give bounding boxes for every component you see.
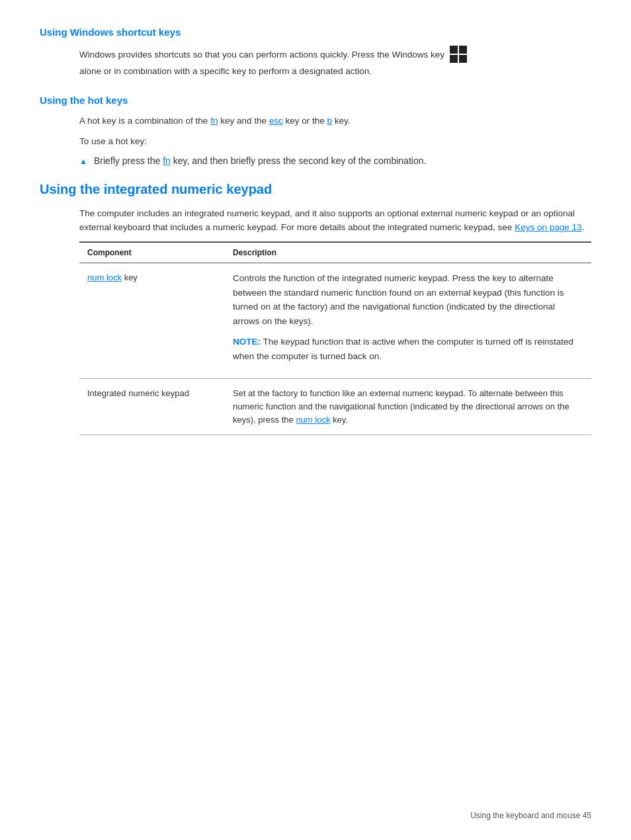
table-row: num lock key Controls the function of th… xyxy=(79,263,591,378)
fn-link-2[interactable]: fn xyxy=(163,155,171,166)
page-footer: Using the keyboard and mouse 45 xyxy=(470,811,591,820)
hot-keys-text4: key. xyxy=(335,116,351,126)
hot-keys-bullet-text: Briefly press the fn key, and then brief… xyxy=(94,155,426,166)
hot-keys-bullet: ▲ Briefly press the fn key, and then bri… xyxy=(79,155,591,166)
integrated-keypad-text-end: . xyxy=(581,222,584,232)
keypad-table: Component Description num lock key Contr… xyxy=(79,241,591,435)
bullet-text-before-fn: Briefly press the xyxy=(94,155,160,166)
windows-shortcut-heading: Using Windows shortcut keys xyxy=(40,26,591,38)
integrated-keypad-text-before-link: The computer includes an integrated nume… xyxy=(79,208,575,233)
hot-keys-text3: key or the xyxy=(286,116,325,126)
col1-header: Component xyxy=(79,242,225,263)
row2-description: Set at the factory to function like an e… xyxy=(225,378,591,435)
hot-keys-para2: To use a hot key: xyxy=(79,134,591,149)
row1-description: Controls the function of the integrated … xyxy=(225,263,591,378)
row1-desc-p1: Controls the function of the integrated … xyxy=(233,271,583,328)
windows-key-icon xyxy=(450,46,468,64)
windows-shortcut-body: Windows provides shortcuts so that you c… xyxy=(79,46,591,79)
svg-rect-2 xyxy=(450,55,458,63)
windows-shortcut-text-before-icon: Windows provides shortcuts so that you c… xyxy=(79,50,444,60)
windows-shortcut-section: Using Windows shortcut keys Windows prov… xyxy=(40,26,591,79)
hot-keys-text2: key and the xyxy=(220,116,267,126)
windows-shortcut-text-after-icon: alone or in combination with a specific … xyxy=(79,66,372,76)
bullet-text-end: key, and then briefly press the second k… xyxy=(173,155,427,166)
svg-rect-3 xyxy=(459,55,467,63)
row1-note: NOTE: The keypad function that is active… xyxy=(233,335,583,363)
integrated-keypad-heading: Using the integrated numeric keypad xyxy=(40,182,591,197)
row2-desc-before-link: Set at the factory to function like an e… xyxy=(233,388,569,425)
table-row: Integrated numeric keypad Set at the fac… xyxy=(79,378,591,435)
num-lock-link-2[interactable]: num lock xyxy=(296,415,330,425)
table-header-row: Component Description xyxy=(79,242,591,263)
hot-keys-heading: Using the hot keys xyxy=(40,95,591,106)
note-text: The keypad function that is active when … xyxy=(233,337,573,361)
num-lock-link-1[interactable]: num lock xyxy=(87,273,122,282)
keys-on-page-link[interactable]: Keys on page 13 xyxy=(515,222,581,232)
svg-rect-0 xyxy=(450,46,458,54)
integrated-keypad-section: Using the integrated numeric keypad The … xyxy=(40,182,591,435)
row1-component: num lock key xyxy=(79,263,225,378)
hot-keys-para1: A hot key is a combination of the fn key… xyxy=(79,114,591,128)
hot-keys-text1: A hot key is a combination of the xyxy=(79,116,208,126)
row2-desc-end: key. xyxy=(330,415,348,425)
esc-link-1[interactable]: esc xyxy=(269,116,283,126)
row1-component-end: key xyxy=(122,273,138,282)
integrated-keypad-para: The computer includes an integrated nume… xyxy=(79,206,591,235)
b-link-1[interactable]: b xyxy=(327,116,333,126)
hot-keys-section: Using the hot keys A hot key is a combin… xyxy=(40,95,591,166)
fn-link-1[interactable]: fn xyxy=(210,116,218,126)
bullet-triangle-icon: ▲ xyxy=(79,157,87,166)
row2-component: Integrated numeric keypad xyxy=(79,378,225,435)
note-label: NOTE: xyxy=(233,337,261,347)
svg-rect-1 xyxy=(459,46,467,54)
col2-header: Description xyxy=(225,242,591,263)
